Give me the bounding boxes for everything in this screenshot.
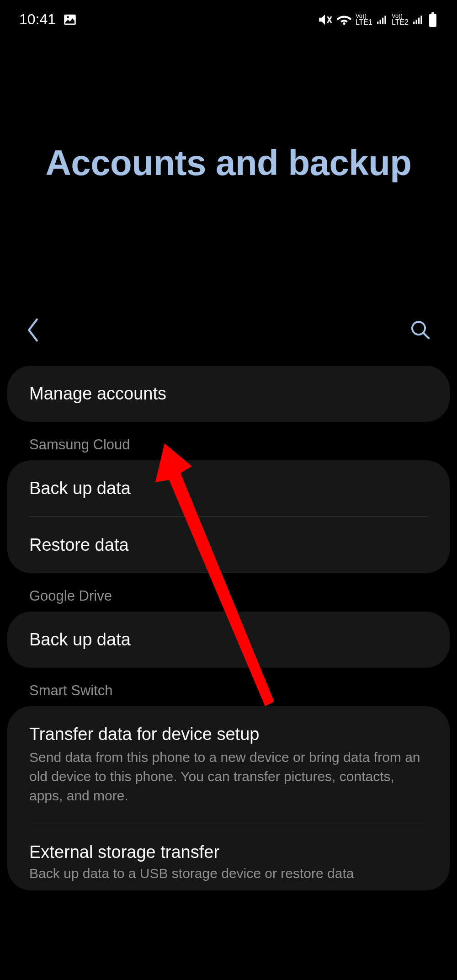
samsung-backup-label: Back up data xyxy=(29,479,428,498)
status-bar: 10:41 Vo)) LTE1 xyxy=(0,0,457,37)
manage-accounts-label: Manage accounts xyxy=(29,384,428,404)
google-backup-label: Back up data xyxy=(29,630,428,650)
svg-line-15 xyxy=(423,333,429,338)
external-storage-item[interactable]: External storage transfer xyxy=(7,824,450,866)
manage-accounts-card: Manage accounts xyxy=(7,366,450,422)
toolbar xyxy=(0,318,457,342)
svg-rect-5 xyxy=(380,20,381,24)
svg-rect-11 xyxy=(420,16,422,24)
samsung-restore-label: Restore data xyxy=(29,535,428,555)
transfer-data-subtitle: Send data from this phone to a new devic… xyxy=(29,748,428,805)
manage-accounts-item[interactable]: Manage accounts xyxy=(7,366,450,422)
svg-rect-7 xyxy=(384,16,386,24)
samsung-cloud-header: Samsung Cloud xyxy=(0,437,457,453)
google-drive-header: Google Drive xyxy=(0,588,457,604)
search-button[interactable] xyxy=(409,319,431,341)
svg-rect-8 xyxy=(413,21,414,24)
signal1-icon xyxy=(376,14,388,26)
transfer-data-item[interactable]: Transfer data for device setup Send data… xyxy=(7,706,450,824)
samsung-backup-item[interactable]: Back up data xyxy=(7,460,450,517)
sim1-label-group: Vo)) LTE1 xyxy=(356,13,372,26)
status-left: 10:41 xyxy=(19,11,78,28)
status-time: 10:41 xyxy=(19,11,56,28)
svg-rect-4 xyxy=(377,21,378,24)
svg-rect-9 xyxy=(416,20,417,24)
external-storage-title: External storage transfer xyxy=(29,842,428,862)
back-button[interactable] xyxy=(26,318,40,342)
svg-rect-10 xyxy=(418,17,420,24)
vibrate-mute-icon xyxy=(317,12,333,27)
transfer-data-title: Transfer data for device setup xyxy=(29,724,428,744)
samsung-cloud-card: Back up data Restore data xyxy=(7,460,450,573)
svg-point-1 xyxy=(67,16,69,18)
battery-icon xyxy=(428,12,438,27)
wifi-icon xyxy=(336,12,352,27)
google-drive-card: Back up data xyxy=(7,612,450,668)
image-icon xyxy=(62,12,78,27)
samsung-restore-item[interactable]: Restore data xyxy=(7,517,450,573)
status-right: Vo)) LTE1 Vo)) LTE2 xyxy=(317,12,438,27)
sim2-label: LTE2 xyxy=(392,19,409,26)
sim2-label-group: Vo)) LTE2 xyxy=(392,13,409,26)
sim1-label: LTE1 xyxy=(356,19,372,26)
smart-switch-card: Transfer data for device setup Send data… xyxy=(7,706,450,890)
google-backup-item[interactable]: Back up data xyxy=(7,612,450,668)
signal2-icon xyxy=(412,14,424,26)
svg-rect-13 xyxy=(429,14,436,27)
page-title: Accounts and backup xyxy=(0,142,457,184)
svg-rect-6 xyxy=(382,17,383,24)
external-storage-subtitle: Back up data to a USB storage device or … xyxy=(7,866,450,890)
svg-rect-12 xyxy=(431,12,434,14)
smart-switch-header: Smart Switch xyxy=(0,682,457,699)
